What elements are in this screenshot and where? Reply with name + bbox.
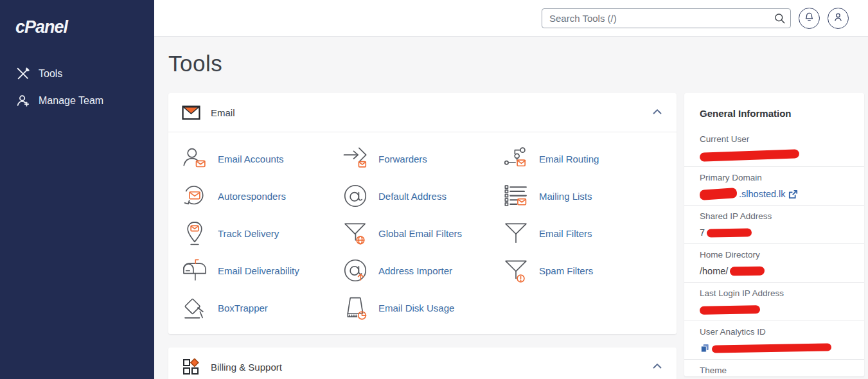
billing-section-icon	[181, 358, 200, 375]
spam-filters-icon	[503, 258, 529, 283]
tool-label[interactable]: Spam Filters	[539, 265, 593, 276]
tool-label[interactable]: Default Address	[378, 191, 447, 202]
tool-item-boxtrapper[interactable]: BoxTrapper	[182, 295, 342, 321]
tool-item-default-address[interactable]: Default Address	[342, 183, 503, 209]
page-title: Tools	[168, 51, 868, 76]
topbar	[154, 0, 868, 37]
sidebar-item-label: Tools	[39, 68, 62, 80]
info-row-current-user: Current User	[684, 128, 864, 166]
info-value: /home/	[700, 265, 849, 277]
content-area: Tools Email Email AccountsForwardersEmai…	[154, 37, 868, 379]
tool-item-track-delivery[interactable]: Track Delivery	[182, 220, 342, 246]
email-section-card: Email Email AccountsForwardersEmail Rout…	[168, 93, 677, 334]
chevron-up-icon	[651, 360, 664, 375]
email-disk-usage-icon	[342, 295, 368, 321]
tool-label[interactable]: Email Routing	[539, 154, 599, 164]
manage-team-icon	[16, 94, 30, 108]
email-routing-icon	[503, 146, 529, 172]
tool-label[interactable]: BoxTrapper	[218, 303, 268, 313]
chevron-up-icon	[651, 105, 664, 120]
tool-label[interactable]: Forwarders	[378, 154, 427, 164]
tool-label[interactable]: Email Disk Usage	[378, 303, 454, 313]
sidebar-item-tools[interactable]: Tools	[0, 60, 154, 87]
main-area: Tools Email Email AccountsForwardersEmai…	[154, 0, 868, 379]
tool-label[interactable]: Track Delivery	[218, 228, 279, 239]
redaction-mark	[700, 149, 799, 161]
billing-section-header[interactable]: Billing & Support	[168, 348, 677, 379]
tool-label[interactable]: Global Email Filters	[378, 228, 462, 239]
info-row-home-directory: Home Directory/home/	[684, 243, 864, 282]
email-deliverability-icon	[182, 258, 208, 283]
info-value: .slhosted.lk	[700, 188, 849, 200]
redaction-mark	[700, 305, 760, 315]
search-input[interactable]	[542, 8, 791, 28]
tool-label[interactable]: Email Accounts	[218, 154, 284, 164]
primary-domain-link[interactable]: .slhosted.lk	[739, 189, 786, 199]
tool-label[interactable]: Email Deliverability	[218, 265, 299, 276]
sidebar-nav: Tools Manage Team	[0, 60, 154, 114]
default-address-icon	[342, 183, 368, 209]
notifications-button[interactable]	[799, 8, 820, 29]
address-importer-icon	[342, 258, 368, 283]
info-row-shared-ip-address: Shared IP Address7	[684, 205, 864, 243]
search-box	[542, 8, 791, 28]
tool-item-autoresponders[interactable]: Autoresponders	[182, 183, 342, 209]
email-accounts-icon	[182, 146, 208, 172]
info-row-primary-domain: Primary Domain.slhosted.lk	[684, 166, 864, 205]
account-icon	[833, 12, 844, 24]
redaction-mark	[700, 188, 738, 200]
search-icon[interactable]	[772, 12, 786, 26]
notifications-icon	[804, 12, 815, 24]
info-value-text: /home/	[700, 266, 728, 276]
copy-icon[interactable]	[700, 343, 710, 353]
tool-label[interactable]: Autoresponders	[218, 191, 286, 202]
general-info-panel: General Information Current UserPrimary …	[684, 93, 864, 376]
tool-item-email-routing[interactable]: Email Routing	[503, 146, 671, 172]
tool-label[interactable]: Email Filters	[539, 228, 592, 239]
email-tools-grid: Email AccountsForwardersEmail RoutingAut…	[168, 132, 677, 334]
info-label: Shared IP Address	[700, 211, 849, 221]
autoresponders-icon	[182, 183, 208, 209]
info-label: Home Directory	[700, 250, 849, 260]
info-row-theme: Theme	[684, 359, 864, 376]
tool-item-email-accounts[interactable]: Email Accounts	[182, 146, 342, 172]
email-section-header[interactable]: Email	[168, 93, 677, 132]
redaction-mark	[707, 228, 752, 237]
billing-collapse-button[interactable]	[651, 360, 664, 375]
tool-item-email-deliverability[interactable]: Email Deliverability	[182, 258, 342, 283]
tool-item-mailing-lists[interactable]: Mailing Lists	[503, 183, 671, 209]
general-info-title: General Information	[684, 93, 864, 128]
info-value	[700, 304, 849, 315]
tools-icon	[16, 67, 30, 81]
tool-label[interactable]: Address Importer	[378, 265, 452, 276]
email-collapse-button[interactable]	[651, 105, 664, 120]
cpanel-logo[interactable]: cPanel	[0, 0, 154, 37]
info-value	[700, 342, 849, 354]
sidebar-item-manage-team[interactable]: Manage Team	[0, 87, 154, 114]
tool-item-forwarders[interactable]: Forwarders	[342, 146, 503, 172]
tool-item-address-importer[interactable]: Address Importer	[342, 258, 503, 283]
info-label: User Analytics ID	[700, 327, 849, 337]
email-filters-icon	[503, 220, 529, 246]
tool-item-global-email-filters[interactable]: Global Email Filters	[342, 220, 503, 246]
redaction-mark	[730, 267, 765, 276]
redaction-mark	[712, 343, 831, 353]
track-delivery-icon	[182, 220, 208, 246]
tool-item-email-filters[interactable]: Email Filters	[503, 220, 671, 246]
account-button[interactable]	[828, 8, 849, 29]
sidebar: cPanel Tools Manage Team	[0, 0, 154, 379]
tool-item-spam-filters[interactable]: Spam Filters	[503, 258, 671, 283]
tool-item-email-disk-usage[interactable]: Email Disk Usage	[342, 295, 503, 321]
info-row-user-analytics-id: User Analytics ID	[684, 321, 864, 359]
sidebar-item-label: Manage Team	[39, 95, 103, 107]
info-label: Last Login IP Address	[700, 288, 849, 298]
info-value-text: 7	[700, 227, 705, 238]
section-title: Email	[211, 107, 235, 118]
global-email-filters-icon	[342, 220, 368, 246]
tool-label[interactable]: Mailing Lists	[539, 191, 592, 202]
external-link-icon[interactable]	[788, 189, 799, 200]
tools-column: Email Email AccountsForwardersEmail Rout…	[168, 93, 677, 379]
email-section-icon	[181, 105, 200, 120]
boxtrapper-icon	[182, 295, 208, 321]
general-info-rows: Current UserPrimary Domain.slhosted.lkSh…	[684, 128, 864, 376]
